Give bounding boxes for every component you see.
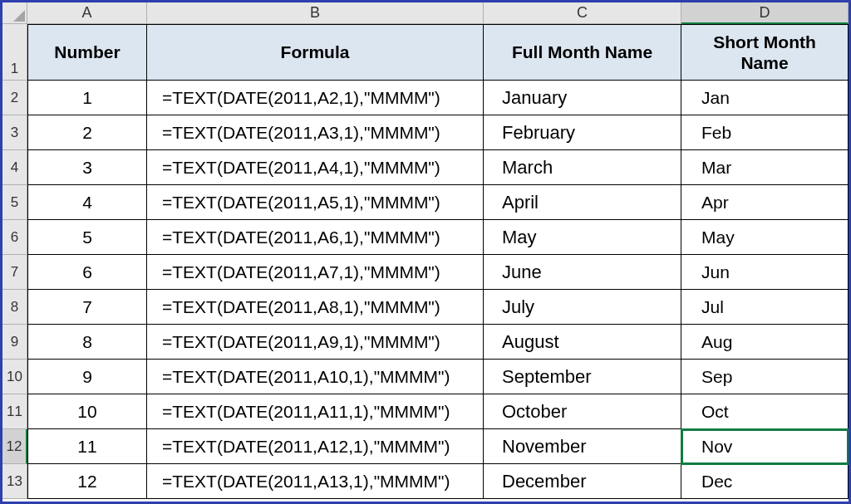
row-header-7[interactable]: 7 — [2, 255, 27, 290]
cell-D11[interactable]: Oct — [681, 394, 849, 429]
row-header-9[interactable]: 9 — [2, 325, 27, 360]
cell-A5[interactable]: 4 — [27, 185, 147, 220]
select-all-corner[interactable] — [2, 2, 27, 24]
cell-D4[interactable]: Mar — [681, 150, 849, 185]
cell-D12[interactable]: Nov — [681, 429, 849, 464]
cell-D2[interactable]: Jan — [681, 81, 849, 115]
cell-C3[interactable]: February — [484, 115, 681, 150]
cell-A10[interactable]: 9 — [27, 360, 147, 394]
cell-C11[interactable]: October — [484, 394, 681, 429]
cell-D8[interactable]: Jul — [681, 290, 849, 325]
cell-A11[interactable]: 10 — [27, 394, 147, 429]
cell-D5[interactable]: Apr — [681, 185, 849, 220]
cell-B10[interactable]: =TEXT(DATE(2011,A10,1),"MMMM") — [147, 360, 484, 394]
row-header-5[interactable]: 5 — [2, 185, 27, 220]
col-header-D[interactable]: D — [681, 2, 849, 24]
cell-B7[interactable]: =TEXT(DATE(2011,A7,1),"MMMM") — [147, 255, 484, 290]
cell-B13[interactable]: =TEXT(DATE(2011,A13,1),"MMMM") — [147, 464, 484, 499]
row-header-1[interactable]: 1 — [2, 24, 27, 81]
cell-B6[interactable]: =TEXT(DATE(2011,A6,1),"MMMM") — [147, 220, 484, 255]
cell-D9[interactable]: Aug — [681, 325, 849, 360]
row-header-2[interactable]: 2 — [2, 81, 27, 115]
header-formula[interactable]: Formula — [147, 24, 484, 81]
cell-A4[interactable]: 3 — [27, 150, 147, 185]
cell-D6[interactable]: May — [681, 220, 849, 255]
cell-C10[interactable]: September — [484, 360, 681, 394]
row-header-3[interactable]: 3 — [2, 115, 27, 150]
cell-C12[interactable]: November — [484, 429, 681, 464]
cell-B11[interactable]: =TEXT(DATE(2011,A11,1),"MMMM") — [147, 394, 484, 429]
cell-B9[interactable]: =TEXT(DATE(2011,A9,1),"MMMM") — [147, 325, 484, 360]
cell-B3[interactable]: =TEXT(DATE(2011,A3,1),"MMMM") — [147, 115, 484, 150]
header-number[interactable]: Number — [27, 24, 147, 81]
cell-A6[interactable]: 5 — [27, 220, 147, 255]
header-short-month[interactable]: Short Month Name — [681, 24, 849, 81]
cell-A2[interactable]: 1 — [27, 81, 147, 115]
cell-B8[interactable]: =TEXT(DATE(2011,A8,1),"MMMM") — [147, 290, 484, 325]
cell-C7[interactable]: June — [484, 255, 681, 290]
spreadsheet-grid[interactable]: A B C D 1 Number Formula Full Month Name… — [2, 2, 849, 499]
cell-B2[interactable]: =TEXT(DATE(2011,A2,1),"MMMM") — [147, 81, 484, 115]
row-header-13[interactable]: 13 — [2, 464, 27, 499]
cell-C8[interactable]: July — [484, 290, 681, 325]
cell-A9[interactable]: 8 — [27, 325, 147, 360]
row-header-10[interactable]: 10 — [2, 360, 27, 394]
cell-A13[interactable]: 12 — [27, 464, 147, 499]
row-header-6[interactable]: 6 — [2, 220, 27, 255]
col-header-C[interactable]: C — [484, 2, 681, 24]
cell-B5[interactable]: =TEXT(DATE(2011,A5,1),"MMMM") — [147, 185, 484, 220]
cell-A8[interactable]: 7 — [27, 290, 147, 325]
cell-C5[interactable]: April — [484, 185, 681, 220]
cell-A7[interactable]: 6 — [27, 255, 147, 290]
cell-C4[interactable]: March — [484, 150, 681, 185]
cell-C2[interactable]: January — [484, 81, 681, 115]
row-header-4[interactable]: 4 — [2, 150, 27, 185]
cell-D10[interactable]: Sep — [681, 360, 849, 394]
cell-C9[interactable]: August — [484, 325, 681, 360]
cell-A3[interactable]: 2 — [27, 115, 147, 150]
cell-C6[interactable]: May — [484, 220, 681, 255]
row-header-8[interactable]: 8 — [2, 290, 27, 325]
cell-B12[interactable]: =TEXT(DATE(2011,A12,1),"MMMM") — [147, 429, 484, 464]
col-header-A[interactable]: A — [27, 2, 147, 24]
cell-B4[interactable]: =TEXT(DATE(2011,A4,1),"MMMM") — [147, 150, 484, 185]
row-header-11[interactable]: 11 — [2, 394, 27, 429]
header-full-month[interactable]: Full Month Name — [484, 24, 681, 81]
cell-C13[interactable]: December — [484, 464, 681, 499]
cell-D7[interactable]: Jun — [681, 255, 849, 290]
cell-A12[interactable]: 11 — [27, 429, 147, 464]
cell-D3[interactable]: Feb — [681, 115, 849, 150]
row-header-12[interactable]: 12 — [2, 429, 27, 464]
col-header-B[interactable]: B — [147, 2, 484, 24]
cell-D13[interactable]: Dec — [681, 464, 849, 499]
